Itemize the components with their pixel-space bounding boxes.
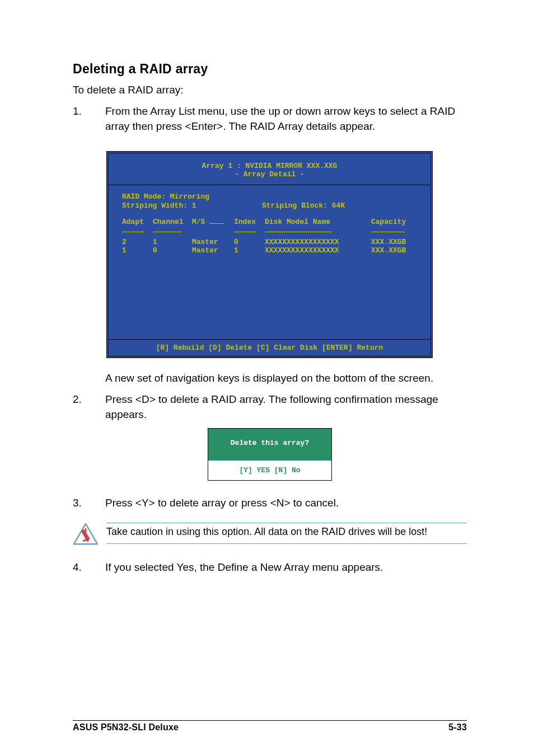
footer-product: ASUS P5N32-SLI Deluxe — [73, 722, 179, 732]
step-number: 1. — [73, 104, 82, 119]
cell-ms: Master — [192, 247, 234, 255]
section-heading: Deleting a RAID array — [73, 62, 467, 77]
step-3-text: Press <Y> to delete array or press <N> t… — [105, 497, 339, 509]
table-header-row: Adapt Channel M/S Index — [122, 218, 417, 235]
panel-nav-keys: [R] Rebuild [D] Delete [C] Clear Disk [E… — [109, 340, 430, 356]
striping-width: Striping Width: 1 — [122, 202, 262, 210]
cell-adapt: 2 — [122, 238, 153, 247]
caution-icon — [73, 523, 99, 548]
panel-title-line1: Array 1 : NVIDIA MIRROR XXX.XXG — [114, 162, 425, 171]
striping-block: Striping Block: 64K — [262, 202, 345, 210]
step-number: 2. — [73, 392, 82, 407]
raid-mode: RAID Mode: Mirroring — [122, 193, 417, 201]
step-1-after-text: A new set of navigation keys is displaye… — [105, 372, 433, 384]
caution-text: Take caution in using this option. All d… — [106, 523, 467, 544]
cell-adapt: 1 — [122, 247, 153, 255]
dialog-question: Delete this array? — [208, 429, 331, 461]
intro-text: To delete a RAID array: — [73, 82, 467, 98]
step-1-text: From the Array List menu, use the up or … — [105, 105, 455, 133]
dialog-options: [Y] YES [N] No — [208, 461, 331, 480]
hdr-channel: Channel — [153, 218, 184, 227]
hdr-index: Index — [234, 218, 256, 227]
hdr-ms: M/S — [192, 218, 205, 227]
table-row: 2 1 Master 0 XXXXXXXXXXXXXXXXX XXX.XXGB — [122, 238, 417, 247]
step-number: 4. — [73, 560, 82, 575]
panel-title-line2: - Array Detail - — [114, 171, 425, 179]
cell-index: 1 — [234, 247, 265, 255]
cell-capacity: XXX.XXGB — [371, 238, 413, 247]
confirm-dialog: Delete this array? [Y] YES [N] No — [208, 428, 332, 481]
table-row: 1 0 Master 1 XXXXXXXXXXXXXXXXX XXX.XXGB — [122, 247, 417, 255]
step-4-text: If you selected Yes, the Define a New Ar… — [105, 561, 383, 573]
footer-page: 5-33 — [448, 722, 467, 732]
cell-index: 0 — [234, 238, 265, 247]
step-number: 3. — [73, 495, 82, 511]
cell-model: XXXXXXXXXXXXXXXXX — [265, 238, 371, 247]
hdr-adapt: Adapt — [122, 218, 144, 227]
cell-channel: 0 — [153, 247, 192, 255]
hdr-model: Disk Model Name — [265, 218, 330, 227]
cell-channel: 1 — [153, 238, 192, 247]
hdr-capacity: Capacity — [371, 218, 406, 227]
step-2-text: Press <D> to delete a RAID array. The fo… — [105, 393, 438, 421]
raid-detail-panel: Array 1 : NVIDIA MIRROR XXX.XXG - Array … — [106, 151, 433, 358]
cell-capacity: XXX.XXGB — [371, 247, 413, 255]
cell-model: XXXXXXXXXXXXXXXXX — [265, 247, 371, 255]
cell-ms: Master — [192, 238, 234, 247]
